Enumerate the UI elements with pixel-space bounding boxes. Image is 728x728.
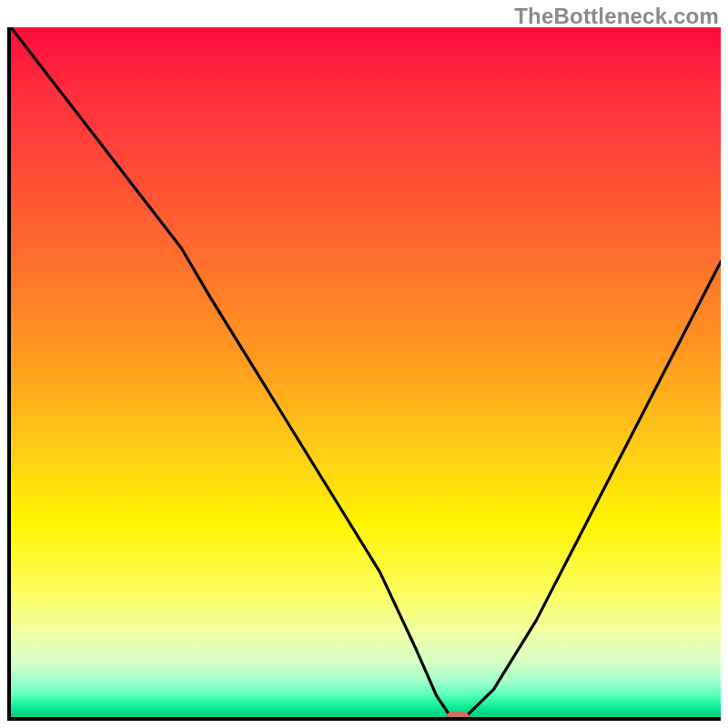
plot-area (7, 27, 721, 721)
chart-curve (11, 27, 721, 717)
chart-stage: TheBottleneck.com (0, 0, 728, 728)
watermark-text: TheBottleneck.com (514, 4, 719, 29)
curve-path (11, 27, 721, 717)
valley-marker (446, 712, 470, 721)
